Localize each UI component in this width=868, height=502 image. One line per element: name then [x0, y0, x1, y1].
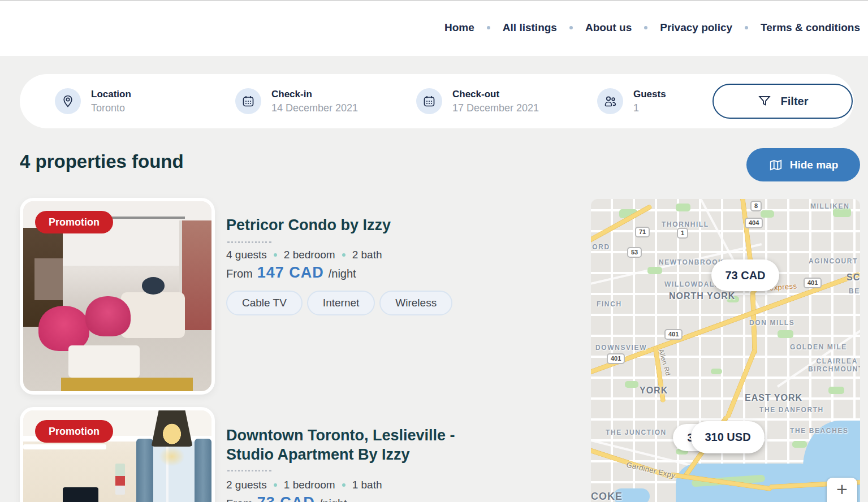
bath-count: 1 bath: [352, 479, 382, 491]
route-shield: 401: [804, 278, 822, 288]
route-shield: 71: [635, 227, 650, 237]
nav-item-about-us[interactable]: About us: [585, 21, 632, 34]
map-area-label: CLAIRLEA - BIRCHMOUNT: [801, 357, 860, 373]
marker-label: 310 USD: [705, 431, 750, 444]
price-prefix: From: [226, 267, 253, 280]
location-value: Toronto: [91, 102, 131, 114]
check-in-field[interactable]: Check-in 14 December 2021: [235, 74, 358, 128]
bedroom-count: 1 bedroom: [284, 479, 335, 491]
hide-map-button[interactable]: Hide map: [746, 148, 860, 181]
tag-cable-tv[interactable]: Cable TV: [226, 291, 303, 315]
price-suffix: /night: [329, 267, 356, 280]
promotion-badge-label: Promotion: [49, 217, 100, 228]
meta-separator-dot: [342, 253, 346, 257]
marker-label: 73 CAD: [725, 269, 765, 282]
guests-count: 2 guests: [226, 479, 267, 491]
map-park: [778, 330, 793, 338]
price-value: 73 CAD: [257, 494, 315, 502]
filter-button[interactable]: Filter: [712, 84, 853, 119]
plus-icon: +: [836, 478, 848, 500]
price-value: 147 CAD: [257, 264, 324, 282]
location-label: Location: [91, 89, 131, 100]
map-area-label: FINCH: [597, 300, 622, 308]
listing-meta: 2 guests 1 bedroom 1 bath: [226, 479, 382, 491]
route-shield: 404: [745, 218, 763, 228]
price-suffix: /night: [319, 497, 347, 502]
map-area-label: CORD: [591, 243, 610, 251]
price-prefix: From: [226, 497, 253, 502]
nav-separator-dot: [569, 26, 573, 29]
photo-decoration: [136, 439, 153, 502]
location-field[interactable]: Location Toronto: [55, 74, 131, 128]
promotion-badge-label: Promotion: [49, 426, 100, 438]
route-shield: 1: [677, 228, 688, 239]
promotion-badge: Promotion: [35, 211, 113, 233]
check-out-label: Check-out: [452, 89, 539, 100]
map-price-marker[interactable]: 73 CAD: [711, 259, 779, 291]
guests-value: 1: [633, 102, 666, 114]
map-area-label: NORTH YORK: [669, 291, 735, 301]
funnel-icon: [757, 94, 772, 109]
nav-separator-dot: [644, 26, 647, 29]
map-park: [647, 267, 662, 274]
search-bar: Location Toronto Check-in 14 December 20…: [20, 74, 854, 128]
map-area-label: SCA: [847, 272, 860, 283]
listing-price-line: From 147 CAD /night: [226, 264, 356, 282]
listing-title[interactable]: Petricor Condo by Izzy: [226, 215, 498, 235]
route-shield: 8: [750, 201, 762, 211]
nav-item-all-listings[interactable]: All listings: [503, 21, 557, 34]
photo-decoration: [63, 487, 98, 502]
check-in-value: 14 December 2021: [271, 102, 358, 114]
guests-label: Guests: [633, 89, 666, 100]
guests-icon: [597, 88, 623, 114]
map-area-label: COKE: [591, 491, 623, 502]
photo-decoration: [142, 277, 165, 294]
main-nav: Home All listings About us Privacy polic…: [444, 21, 860, 34]
map-area-label: THE JUNCTION: [606, 429, 667, 436]
map-highway: [725, 349, 757, 419]
listing-card-photo-1: Promotion: [20, 198, 215, 395]
photo-decoration: [85, 296, 131, 336]
map-area-label: BEN: [849, 287, 860, 295]
meta-separator-dot: [274, 253, 277, 257]
nav-item-home[interactable]: Home: [444, 21, 474, 34]
map-area-label: GOLDEN MILE: [790, 343, 847, 351]
photo-decoration: [110, 217, 185, 219]
map-price-marker[interactable]: 310 USD: [691, 421, 765, 453]
map-zoom-in-button[interactable]: +: [827, 478, 857, 502]
photo-decoration: [34, 258, 63, 300]
map-area-label: MILLIKEN: [810, 202, 849, 210]
route-shield: 401: [607, 353, 625, 364]
map-park: [761, 210, 774, 218]
check-out-value: 17 December 2021: [452, 102, 539, 114]
tag-wireless[interactable]: Wireless: [379, 291, 452, 315]
guests-field[interactable]: Guests 1: [597, 74, 666, 128]
nav-item-privacy-policy[interactable]: Privacy policy: [660, 21, 732, 34]
tag-internet[interactable]: Internet: [307, 291, 375, 315]
nav-separator-dot: [487, 26, 490, 29]
calendar-icon: [235, 88, 261, 114]
location-pin-icon: [55, 88, 81, 114]
header: Home All listings About us Privacy polic…: [0, 1, 868, 56]
map-park: [828, 387, 844, 394]
photo-decoration: [61, 378, 193, 391]
nav-item-terms[interactable]: Terms & conditions: [761, 21, 860, 34]
map-canvas[interactable]: MILLIKEN THORNHILL CORD NEWTONBROOK AGIN…: [591, 199, 860, 502]
guests-count: 4 guests: [226, 249, 267, 261]
listing-card-photo-2: Promotion: [20, 407, 215, 502]
meta-separator-dot: [274, 483, 277, 487]
amenity-tags: Cable TV Internet Wireless: [226, 291, 452, 315]
filter-label: Filter: [781, 95, 809, 108]
photo-decoration: [121, 292, 185, 338]
map-area-label: THE DANFORTH: [759, 406, 824, 414]
check-out-field[interactable]: Check-out 17 December 2021: [416, 74, 539, 128]
map-park: [711, 369, 722, 374]
calendar-icon: [416, 88, 442, 114]
map-area-label: DOWNSVIEW: [595, 344, 647, 352]
map-area-label: THORNHILL: [662, 220, 709, 228]
photo-decoration: [159, 447, 185, 466]
map-area-label: DON MILLS: [749, 319, 794, 327]
listing-title[interactable]: Downtown Toronto, Leslieville - Studio A…: [226, 426, 498, 464]
check-in-label: Check-in: [271, 89, 358, 100]
title-underline: [227, 241, 271, 243]
